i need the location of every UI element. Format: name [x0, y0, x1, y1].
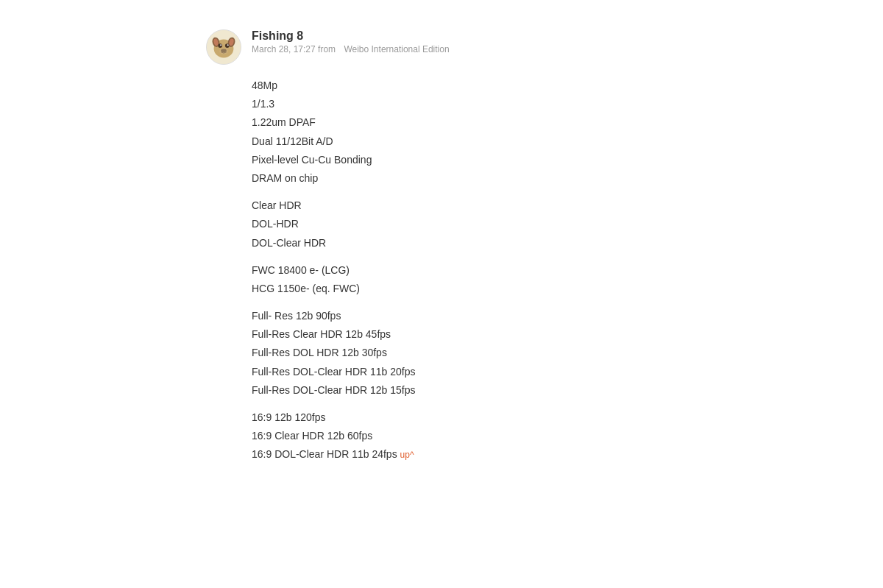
post-container: Fishing 8 March 28, 17:27 from Weibo Int… [191, 15, 692, 479]
svg-point-9 [227, 44, 229, 46]
line-18: 16:9 Clear HDR 12b 60fps [252, 427, 677, 445]
line-15: Full-Res DOL-Clear HDR 11b 20fps [252, 363, 677, 381]
line-12: Full- Res 12b 90fps [252, 307, 677, 325]
line-17: 16:9 12b 120fps [252, 408, 677, 427]
username: Fishing 8 [252, 29, 450, 43]
line-19-text: 16:9 DOL-Clear HDR 11b 24fps [252, 448, 397, 460]
line-14: Full-Res DOL HDR 12b 30fps [252, 344, 677, 362]
line-2: 1/1.3 [252, 95, 677, 113]
line-4: Dual 11/12Bit A/D [252, 132, 677, 151]
line-19-wrapper: 16:9 DOL-Clear HDR 11b 24fps up^ [252, 445, 677, 464]
line-6: DRAM on chip [252, 169, 677, 188]
svg-point-7 [225, 43, 230, 48]
avatar-image [207, 29, 241, 65]
svg-point-8 [220, 44, 221, 46]
line-5: Pixel-level Cu-Cu Bonding [252, 151, 677, 169]
source-text: Weibo International Edition [344, 44, 449, 54]
post-header: Fishing 8 March 28, 17:27 from Weibo Int… [206, 29, 677, 65]
line-16: Full-Res DOL-Clear HDR 12b 15fps [252, 381, 677, 400]
spacer-2 [252, 252, 677, 261]
post-timestamp: March 28, 17:27 from Weibo International… [252, 44, 450, 54]
post-meta: Fishing 8 March 28, 17:27 from Weibo Int… [252, 29, 450, 54]
line-10: FWC 18400 e- (LCG) [252, 261, 677, 280]
spacer-3 [252, 298, 677, 307]
line-3: 1.22um DPAF [252, 113, 677, 132]
line-11: HCG 1150e- (eq. FWC) [252, 280, 677, 298]
line-7: Clear HDR [252, 196, 677, 215]
svg-point-11 [219, 49, 228, 54]
spacer-4 [252, 400, 677, 408]
line-13: Full-Res Clear HDR 12b 45fps [252, 325, 677, 344]
page-wrapper: Fishing 8 March 28, 17:27 from Weibo Int… [0, 0, 883, 494]
line-9: DOL-Clear HDR [252, 234, 677, 252]
avatar[interactable] [206, 29, 241, 65]
spacer-1 [252, 188, 677, 196]
line-1: 48Mp [252, 77, 677, 95]
up-highlight[interactable]: up^ [400, 450, 414, 460]
post-content: 48Mp 1/1.3 1.22um DPAF Dual 11/12Bit A/D… [206, 77, 677, 464]
timestamp-text: March 28, 17:27 from [252, 44, 336, 54]
line-8: DOL-HDR [252, 215, 677, 233]
svg-point-6 [218, 43, 222, 48]
